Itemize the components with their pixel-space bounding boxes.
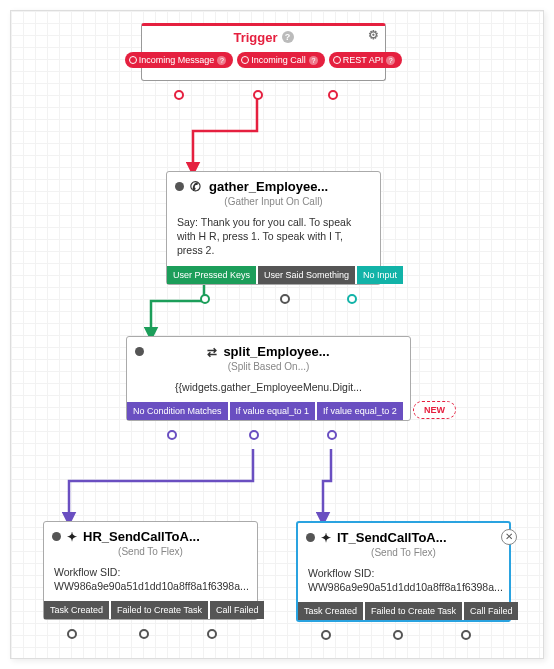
output-task-created[interactable]: Task Created [298,602,363,620]
sid-label: Workflow SID: [308,567,374,579]
port[interactable] [347,294,357,304]
trigger-title-row: Trigger ? ⚙ [142,26,385,48]
help-icon: ? [309,56,318,65]
node-outputs: User Pressed Keys User Said Something No… [167,266,380,284]
output-rest-api[interactable]: REST API? [329,52,402,68]
node-outputs: Task Created Failed to Create Task Call … [44,601,257,619]
output-incoming-call[interactable]: Incoming Call? [237,52,325,68]
help-icon: ? [217,56,226,65]
new-condition-button[interactable]: NEW [413,401,456,419]
it-node[interactable]: ✕ ✦ IT_SendCallToA... (Send To Flex) Wor… [296,521,511,622]
output-call-failed[interactable]: Call Failed [210,601,265,619]
port[interactable] [328,90,338,100]
sid-value: WW986a9e90a51d1dd10a8ff8a1f6398a... [54,580,249,592]
output-user-pressed-keys[interactable]: User Pressed Keys [167,266,256,284]
flex-icon: ✦ [321,531,331,545]
port[interactable] [461,630,471,640]
trigger-title: Trigger [233,30,277,45]
help-icon: ? [386,56,395,65]
node-header: ✦ HR_SendCallToA... [44,522,257,544]
port[interactable] [249,430,259,440]
trigger-outputs: Incoming Message? Incoming Call? REST AP… [142,48,385,72]
output-task-created[interactable]: Task Created [44,601,109,619]
close-icon[interactable]: ✕ [501,529,517,545]
drag-handle-icon[interactable] [52,532,61,541]
port[interactable] [174,90,184,100]
drag-handle-icon[interactable] [306,533,315,542]
port[interactable] [327,430,337,440]
port[interactable] [139,629,149,639]
split-icon: ⇄ [207,345,217,359]
output-equal-2[interactable]: If value equal_to 2 [317,402,403,420]
output-failed-create[interactable]: Failed to Create Task [365,602,462,620]
trigger-node[interactable]: Trigger ? ⚙ Incoming Message? Incoming C… [141,23,386,81]
node-title: split_Employee... [223,344,329,359]
gear-icon[interactable]: ⚙ [368,28,379,42]
phone-icon [190,179,203,194]
node-header: ⇄ split_Employee... [127,337,410,359]
port[interactable] [167,430,177,440]
node-outputs: Task Created Failed to Create Task Call … [298,602,509,620]
sid-value: WW986a9e90a51d1dd10a8ff8a1f6398a... [308,581,503,593]
node-subtype: (Split Based On...) [127,359,410,376]
node-header: ✦ IT_SendCallToA... [298,523,509,545]
port[interactable] [67,629,77,639]
output-equal-1[interactable]: If value equal_to 1 [230,402,316,420]
output-call-failed[interactable]: Call Failed [464,602,519,620]
drag-handle-icon[interactable] [135,347,144,356]
output-no-condition[interactable]: No Condition Matches [127,402,228,420]
port[interactable] [280,294,290,304]
port[interactable] [207,629,217,639]
port[interactable] [321,630,331,640]
port[interactable] [200,294,210,304]
output-failed-create[interactable]: Failed to Create Task [111,601,208,619]
node-body: Workflow SID: WW986a9e90a51d1dd10a8ff8a1… [298,562,509,602]
sid-label: Workflow SID: [54,566,120,578]
node-body: {{widgets.gather_EmployeeMenu.Digit... [127,376,410,402]
port[interactable] [253,90,263,100]
gather-node[interactable]: gather_Employee... (Gather Input On Call… [166,171,381,285]
node-body: Say: Thank you for you call. To speak wi… [167,211,380,266]
hr-node[interactable]: ✦ HR_SendCallToA... (Send To Flex) Workf… [43,521,258,620]
node-outputs: No Condition Matches If value equal_to 1… [127,402,410,420]
node-title: gather_Employee... [209,179,328,194]
node-subtype: (Send To Flex) [298,545,509,562]
flow-canvas[interactable]: Trigger ? ⚙ Incoming Message? Incoming C… [10,10,544,659]
flex-icon: ✦ [67,530,77,544]
node-title: HR_SendCallToA... [83,529,200,544]
help-icon[interactable]: ? [282,31,294,43]
drag-handle-icon[interactable] [175,182,184,191]
split-node[interactable]: ⇄ split_Employee... (Split Based On...) … [126,336,411,421]
port[interactable] [393,630,403,640]
node-subtype: (Send To Flex) [44,544,257,561]
node-body: Workflow SID: WW986a9e90a51d1dd10a8ff8a1… [44,561,257,601]
node-subtype: (Gather Input On Call) [167,194,380,211]
output-user-said-something[interactable]: User Said Something [258,266,355,284]
output-incoming-message[interactable]: Incoming Message? [125,52,234,68]
node-header: gather_Employee... [167,172,380,194]
node-title: IT_SendCallToA... [337,530,447,545]
output-no-input[interactable]: No Input [357,266,403,284]
